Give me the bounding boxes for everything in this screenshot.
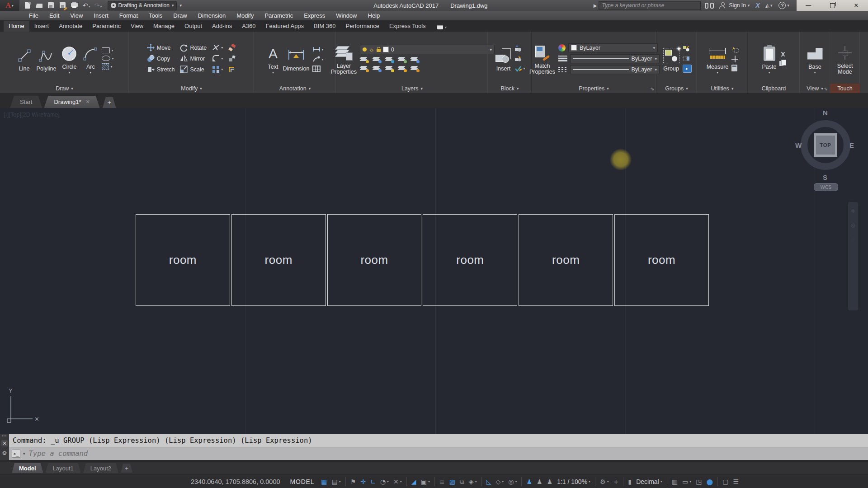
layout-tab[interactable]: Layout1 bbox=[46, 463, 81, 473]
quick-calc-button[interactable] bbox=[731, 65, 739, 71]
layer-tool-icon[interactable] bbox=[385, 56, 394, 63]
polyline-button[interactable]: Polyline bbox=[35, 45, 58, 72]
menu-item[interactable]: View bbox=[65, 11, 88, 21]
command-customize-icon[interactable]: ⚙ bbox=[2, 450, 7, 456]
viewcube-east[interactable]: E bbox=[849, 141, 854, 149]
selection-cycling-icon[interactable]: ▣ ▾ bbox=[419, 476, 432, 488]
panel-label-clipboard[interactable]: Clipboard bbox=[748, 84, 800, 93]
select-mode-button[interactable]: SelectMode bbox=[836, 42, 854, 75]
panel-label-utilities[interactable]: Utilities▾ bbox=[697, 84, 747, 93]
annotative-object-icon[interactable]: ♟ bbox=[524, 476, 534, 488]
layer-select[interactable]: ☼ 0 ▾ bbox=[360, 45, 495, 54]
ribbon-tab[interactable]: Annotate bbox=[54, 21, 87, 32]
quick-properties-toggle-icon[interactable]: ▥ bbox=[670, 476, 680, 488]
panel-label-touch[interactable]: Touch bbox=[830, 84, 860, 93]
file-tab[interactable]: Start bbox=[10, 96, 42, 108]
ungroup-button[interactable] bbox=[683, 45, 692, 52]
explode-button[interactable] bbox=[228, 55, 236, 62]
drag-grip-icon[interactable] bbox=[2, 435, 7, 436]
help-caret-icon[interactable]: ▾ bbox=[787, 3, 789, 8]
object-color-select[interactable]: ByLayer ▾ bbox=[568, 43, 658, 52]
table-button[interactable] bbox=[312, 66, 323, 72]
measure-button[interactable]: Measure ▾ bbox=[705, 43, 730, 74]
infer-constraints-icon[interactable]: ⚑ bbox=[348, 476, 359, 488]
new-drawing-tab-button[interactable]: ＋ bbox=[103, 97, 116, 108]
room-rectangle[interactable]: room bbox=[423, 214, 517, 306]
object-snap-icon[interactable]: ✕ ▾ bbox=[391, 476, 404, 488]
panel-label-annotation[interactable]: Annotation▾ bbox=[254, 84, 336, 93]
scale-button[interactable]: Scale bbox=[180, 66, 207, 73]
dimension-button[interactable]: Dimension bbox=[281, 45, 311, 72]
ribbon-tab[interactable]: Insert bbox=[29, 21, 54, 32]
paste-button[interactable]: Paste ▾ bbox=[761, 43, 778, 74]
workspace-switcher[interactable]: Drafting & Annotation ▾ bbox=[108, 1, 177, 10]
open-file-button[interactable] bbox=[36, 2, 43, 9]
offset-button[interactable] bbox=[228, 66, 236, 73]
menu-item[interactable]: Modify bbox=[231, 11, 259, 21]
line-button[interactable]: Line bbox=[15, 45, 33, 72]
autodesk-exchange-icon[interactable]: X bbox=[755, 2, 760, 9]
ribbon-display-toggle[interactable]: ▾ bbox=[437, 25, 447, 32]
selection-filtering-icon[interactable]: ◈ ▾ bbox=[467, 476, 479, 488]
lineweight-select[interactable]: ByLayer ▾ bbox=[570, 54, 660, 63]
redo-button[interactable]: ↷▾ bbox=[94, 1, 102, 9]
restore-button[interactable] bbox=[821, 0, 844, 11]
menu-item[interactable]: Help bbox=[363, 11, 386, 21]
viewport-controls-label[interactable]: [-][Top][2D Wireframe] bbox=[4, 112, 60, 118]
menu-item[interactable]: Parametric bbox=[259, 11, 298, 21]
layer-tool-icon[interactable] bbox=[398, 66, 407, 72]
id-point-button[interactable] bbox=[731, 56, 739, 62]
search-input[interactable] bbox=[599, 1, 701, 10]
text-button[interactable]: A Text ▾ bbox=[266, 43, 279, 74]
lock-ui-icon[interactable]: ▭ ▾ bbox=[680, 476, 693, 488]
layer-tool-icon[interactable] bbox=[360, 56, 369, 63]
hatch-button[interactable]: ▾ bbox=[102, 63, 113, 70]
dimension-style-button[interactable]: ▾ bbox=[312, 46, 323, 53]
lineweight-display-icon[interactable]: ≡ bbox=[437, 476, 447, 488]
copy-button[interactable]: Copy bbox=[147, 55, 175, 62]
layer-tool-icon[interactable] bbox=[398, 56, 407, 63]
panel-label-block[interactable]: Block▾ bbox=[488, 84, 531, 93]
annotation-visibility-icon[interactable]: ◺ bbox=[484, 476, 494, 488]
save-as-button[interactable] bbox=[59, 2, 67, 9]
command-close-button[interactable]: ✕ bbox=[1, 440, 8, 446]
wcs-menu[interactable]: WCS bbox=[814, 183, 838, 191]
file-tab-close-icon[interactable]: ✕ bbox=[85, 99, 90, 105]
mirror-button[interactable]: Mirror bbox=[180, 55, 207, 62]
polar-tracking-icon[interactable]: ◔ ▾ bbox=[378, 476, 391, 488]
insert-button[interactable]: Insert bbox=[494, 45, 512, 72]
a360-icon[interactable]: ◭ bbox=[765, 2, 769, 9]
cut-button[interactable] bbox=[779, 51, 787, 57]
lineweight-icon[interactable]: ◢ bbox=[409, 476, 419, 488]
panel-label-groups[interactable]: Groups▾ bbox=[656, 84, 697, 93]
a360-caret-icon[interactable]: ▾ bbox=[770, 3, 773, 8]
command-history-line[interactable]: Command: _u GROUP (Lisp Expression) (Lis… bbox=[9, 434, 868, 447]
menu-item[interactable]: Insert bbox=[88, 11, 114, 21]
layer-tool-icon[interactable] bbox=[410, 56, 420, 63]
quick-select-button[interactable] bbox=[731, 46, 739, 53]
menu-item[interactable]: Format bbox=[114, 11, 143, 21]
view-dialog-launcher[interactable]: ⇘ bbox=[824, 86, 828, 91]
edit-block-button[interactable] bbox=[514, 55, 525, 62]
ribbon-tab[interactable]: BIM 360 bbox=[309, 21, 340, 32]
properties-dialog-launcher[interactable]: ⇘ bbox=[651, 86, 654, 91]
menu-item[interactable]: Express bbox=[298, 11, 330, 21]
erase-button[interactable] bbox=[228, 44, 236, 52]
new-file-button[interactable] bbox=[24, 2, 32, 9]
room-rectangle[interactable]: room bbox=[614, 214, 709, 306]
menu-item[interactable]: File bbox=[24, 11, 44, 21]
nav-pan-icon[interactable]: ✛ bbox=[851, 208, 855, 214]
panel-label-properties[interactable]: Properties▾ bbox=[532, 84, 656, 93]
array-button[interactable]: ▾ bbox=[212, 66, 223, 73]
move-button[interactable]: Move bbox=[147, 44, 175, 52]
help-icon[interactable]: ? bbox=[778, 2, 786, 9]
ribbon-tab[interactable]: Manage bbox=[148, 21, 179, 32]
annotation-scale-menu-icon[interactable]: ◎ ▾ bbox=[506, 476, 519, 488]
ribbon-tab[interactable]: Express Tools bbox=[384, 21, 431, 32]
application-menu-button[interactable]: A ▾ bbox=[0, 0, 19, 11]
file-tab[interactable]: Drawing1* ✕ bbox=[44, 96, 99, 108]
linetype-icon[interactable] bbox=[558, 67, 567, 72]
room-rectangle[interactable]: room bbox=[327, 214, 422, 306]
new-layout-button[interactable]: ＋ bbox=[121, 464, 132, 473]
drawing-canvas[interactable]: [-][Top][2D Wireframe] roomroomroomroomr… bbox=[0, 108, 868, 434]
